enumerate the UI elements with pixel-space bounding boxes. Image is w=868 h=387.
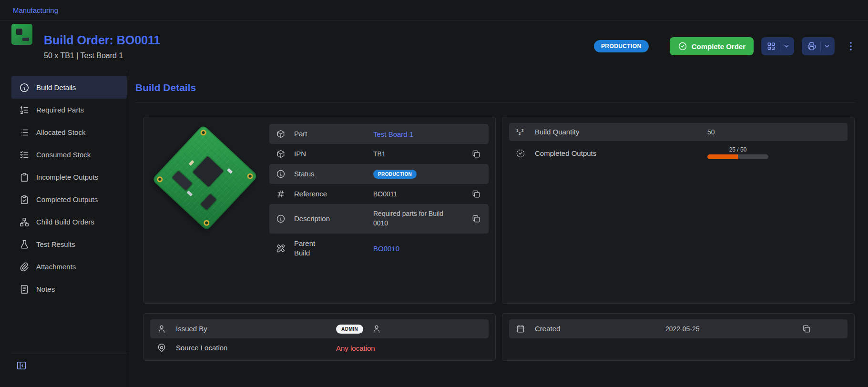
main-panel: Build Details [127, 71, 868, 387]
sidebar-item-consumed-stock[interactable]: Consumed Stock [11, 143, 127, 166]
status-badge: PRODUCTION [373, 170, 417, 179]
details-table: Part Test Board 1 IPN TB1 Status PRODUCT… [269, 124, 489, 296]
sidebar-item-allocated-stock[interactable]: Allocated Stock [11, 121, 127, 143]
progress-bar-fill [707, 154, 738, 159]
pcb-chip [22, 38, 29, 41]
row-label: Description [294, 214, 365, 224]
table-row-part: Part Test Board 1 [269, 124, 489, 144]
pcb-pad [156, 175, 164, 183]
pcb-chip [193, 156, 224, 187]
build-thumbnail-image[interactable] [11, 24, 32, 45]
quantities-card: 123 Build Quantity 50 Completed Outputs … [502, 117, 855, 304]
row-label: Reference [294, 189, 365, 199]
clipboard-check-icon [19, 194, 30, 205]
collapse-sidebar-icon[interactable] [16, 360, 27, 371]
chevron-down-icon[interactable] [780, 43, 794, 50]
sidebar-item-label: Notes [36, 285, 55, 293]
pcb-pad [246, 172, 254, 180]
info-circle-icon [276, 169, 286, 179]
copy-icon[interactable] [802, 324, 811, 334]
row-label: Status [294, 169, 365, 179]
copy-icon[interactable] [471, 149, 481, 159]
sidebar-item-label: Allocated Stock [36, 128, 85, 136]
actions-menu-button[interactable] [845, 41, 857, 52]
list-numbers-icon [19, 105, 30, 115]
pcb-component [189, 160, 194, 166]
sidebar: Build Details Required Parts Allocated S… [0, 71, 127, 387]
package-icon [276, 129, 286, 139]
sidebar-item-label: Consumed Stock [36, 151, 91, 159]
table-row-status: Status PRODUCTION [269, 164, 489, 184]
print-actions-button[interactable] [802, 37, 835, 55]
copy-icon[interactable] [471, 214, 481, 224]
user-icon [157, 324, 166, 334]
table-row-description: Description Required parts for Build 001… [269, 204, 489, 234]
row-label: Parent Build [294, 239, 321, 258]
part-link[interactable]: Test Board 1 [373, 130, 463, 138]
row-value: BO0011 [373, 190, 463, 198]
sidebar-item-incomplete-outputs[interactable]: Incomplete Outputs [11, 166, 127, 188]
row-label: Created [535, 324, 656, 334]
row-label: Completed Outputs [535, 149, 698, 158]
barcode-actions-button[interactable] [761, 37, 794, 55]
table-row-parent-build: Parent Build BO0010 [269, 234, 489, 263]
source-location-value: Any location [336, 344, 482, 352]
complete-order-button[interactable]: Complete Order [670, 37, 754, 55]
breadcrumb: Manufacturing [0, 0, 868, 21]
row-label: Part [294, 129, 365, 139]
sitemap-icon [19, 217, 30, 227]
row-label: Issued By [176, 324, 327, 334]
table-row-source-location: Source Location Any location [150, 338, 489, 357]
parent-build-link[interactable]: BO0010 [373, 244, 463, 253]
sidebar-item-test-results[interactable]: Test Results [11, 233, 127, 255]
sidebar-item-child-build-orders[interactable]: Child Build Orders [11, 211, 127, 233]
sidebar-item-label: Required Parts [36, 106, 84, 114]
table-row-ipn: IPN TB1 [269, 144, 489, 164]
row-value: Required parts for Build 0010 [373, 209, 454, 228]
user-avatar-icon [372, 324, 381, 334]
table-row-completed-outputs: Completed Outputs 25 / 50 [509, 141, 848, 166]
sidebar-item-build-details[interactable]: Build Details [11, 76, 127, 99]
table-row-build-quantity: 123 Build Quantity 50 [509, 123, 848, 141]
created-card: Created 2022-05-25 [502, 313, 855, 361]
sidebar-item-label: Build Details [36, 83, 76, 92]
page-subtitle: 50 x TB1 | Test Board 1 [44, 51, 161, 60]
tools-icon [276, 244, 286, 253]
sidebar-item-required-parts[interactable]: Required Parts [11, 99, 127, 121]
chevron-down-icon[interactable] [821, 43, 835, 50]
svg-text:2: 2 [519, 131, 521, 136]
map-pin-icon [157, 343, 166, 353]
page-title: Build Order: BO0011 [44, 33, 161, 47]
pcb-component [186, 191, 193, 197]
sidebar-item-completed-outputs[interactable]: Completed Outputs [11, 188, 127, 211]
table-row-issued-by: Issued By ADMIN [150, 319, 489, 338]
pcb-pad [199, 129, 207, 137]
part-image[interactable] [150, 124, 261, 234]
numbers-123-icon: 123 [516, 127, 525, 137]
sidebar-item-attachments[interactable]: Attachments [11, 255, 127, 278]
list-check-icon [19, 150, 30, 160]
completed-outputs-progress: 25 / 50 [707, 146, 768, 159]
sidebar-item-notes[interactable]: Notes [11, 278, 127, 300]
status-badge: PRODUCTION [594, 40, 649, 52]
row-label: Source Location [176, 343, 327, 353]
test-pipe-icon [19, 239, 30, 250]
progress-label: 25 / 50 [707, 146, 768, 153]
info-circle-icon [276, 214, 286, 224]
table-row-created: Created 2022-05-25 [509, 319, 848, 338]
paperclip-icon [19, 262, 30, 272]
pcb-chip [16, 29, 22, 35]
progress-bar [707, 154, 768, 159]
table-row-reference: Reference BO0011 [269, 184, 489, 204]
printer-icon [802, 41, 820, 51]
page-header: Build Order: BO0011 50 x TB1 | Test Boar… [0, 21, 868, 71]
sidebar-footer [11, 354, 127, 387]
row-label: Build Quantity [535, 127, 698, 137]
breadcrumb-manufacturing-link[interactable]: Manufacturing [13, 6, 58, 14]
pcb-chip [201, 194, 217, 210]
notes-icon [19, 284, 30, 295]
complete-order-label: Complete Order [692, 42, 745, 51]
circle-check-icon [678, 41, 687, 51]
sidebar-item-label: Completed Outputs [36, 195, 98, 204]
copy-icon[interactable] [471, 189, 481, 199]
